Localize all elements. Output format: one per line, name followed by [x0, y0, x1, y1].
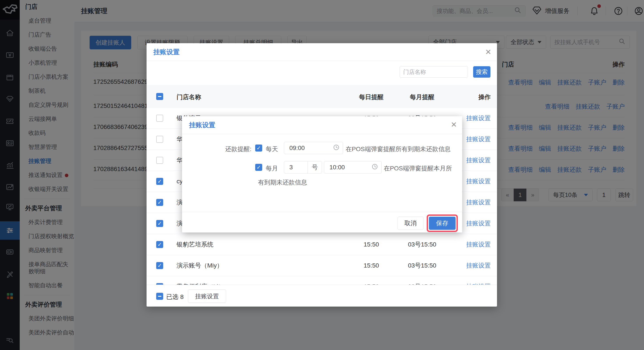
clock-icon — [333, 144, 340, 152]
store-checkbox[interactable]: ✓ — [156, 220, 163, 227]
store-name-placeholder: 门店名称 — [403, 68, 426, 76]
monthly-day-value: 3 — [284, 161, 308, 173]
monthly-day-input[interactable]: 3 号 — [284, 161, 322, 173]
store-checkbox[interactable] — [156, 136, 163, 143]
row-settings-link[interactable]: 挂账设置 — [466, 108, 491, 129]
selected-count-label: 已选 8 — [166, 293, 184, 301]
store-name: 华 — [176, 129, 183, 150]
col-ops: 操作 — [478, 93, 491, 101]
store-name: 银豹艺培系统 — [176, 234, 213, 255]
store-name: 演 — [176, 192, 183, 213]
store-checkbox[interactable]: ✓ — [156, 199, 163, 206]
row-settings-link[interactable]: 挂账设置 — [466, 129, 491, 150]
store-checkbox[interactable] — [156, 115, 163, 122]
store-name: 演示账号（Miy） — [176, 255, 223, 276]
save-button[interactable]: 保存 — [429, 217, 456, 230]
select-all-checkbox[interactable] — [156, 93, 163, 100]
row-settings-link[interactable]: 挂账设置 — [466, 192, 491, 213]
daily-time-value: 09:00 — [289, 144, 333, 151]
modal-search-button[interactable]: 搜索 — [473, 66, 490, 78]
col-store-name: 门店名称 — [176, 93, 201, 101]
daily-desc: 在POS端弹窗提醒所有到期未还款信息 — [346, 145, 450, 153]
daily-reminder-value: 15:50 — [350, 255, 393, 276]
clock-icon — [371, 163, 378, 172]
row-settings-link[interactable]: 挂账设置 — [466, 213, 491, 234]
monthly-desc-wrap: 有到期未还款信息 — [258, 178, 307, 187]
monthly-label: 每月 — [266, 164, 278, 172]
reminder-label: 还款提醒: — [214, 145, 252, 153]
modal-footer: 已选 8 挂账设置 — [146, 285, 497, 307]
monthly-desc: 在POS端弹窗提醒本月所 — [384, 164, 452, 172]
daily-time-input[interactable]: 09:00 — [284, 142, 343, 154]
store-name: 零售便利店（Lj） — [176, 276, 224, 285]
divider — [182, 212, 462, 212]
store-name-search-input[interactable]: 门店名称 — [400, 66, 468, 78]
store-name: 华 — [176, 150, 183, 171]
monthly-checkbox[interactable]: ✓ — [255, 164, 262, 171]
monthly-day-suffix: 号 — [308, 161, 322, 173]
monthly-time-input[interactable]: 10:00 — [324, 161, 382, 173]
cancel-button[interactable]: 取消 — [398, 217, 424, 230]
monthly-reminder-value: 03号15:50 — [400, 234, 444, 255]
monthly-reminder-value: 03号15:50 — [400, 276, 444, 285]
daily-label: 每天 — [266, 145, 278, 153]
col-monthly-reminder: 每月提醒 — [400, 93, 444, 101]
row-settings-link[interactable]: 挂账设置 — [466, 255, 491, 276]
store-checkbox[interactable]: ✓ — [156, 262, 163, 269]
store-checkbox[interactable] — [156, 157, 163, 164]
close-icon[interactable]: ✕ — [449, 120, 459, 129]
reminder-dialog: 挂账设置 ✕ 还款提醒: ✓ 每天 09:00 在POS端弹窗提醒所有到期未还款… — [182, 116, 462, 232]
row-settings-link[interactable]: 挂账设置 — [466, 276, 491, 285]
modal-store-row: ✓银豹艺培系统15:5003号15:50挂账设置 — [146, 234, 497, 255]
monthly-reminder-value: 03号15:50 — [400, 255, 444, 276]
store-name: cy — [176, 171, 183, 192]
store-name: 演 — [176, 213, 183, 234]
modal-table-header: 门店名称 每日提醒 每月提醒 操作 — [146, 86, 497, 107]
daily-reminder-value: 15:50 — [350, 234, 393, 255]
close-icon[interactable]: ✕ — [484, 47, 493, 57]
row-settings-link[interactable]: 挂账设置 — [466, 150, 491, 171]
modal-store-row: ✓演示账号（Miy）15:5003号15:50挂账设置 — [146, 255, 497, 276]
row-settings-link[interactable]: 挂账设置 — [466, 234, 491, 255]
store-checkbox[interactable]: ✓ — [156, 241, 163, 248]
col-daily-reminder: 每日提醒 — [350, 93, 393, 101]
dialog-title: 挂账设置 — [189, 116, 215, 134]
batch-settings-button[interactable]: 挂账设置 — [188, 289, 226, 303]
divider — [146, 61, 497, 61]
modal-title: 挂账设置 — [153, 43, 180, 61]
daily-reminder-value: 15:50 — [350, 276, 393, 285]
row-settings-link[interactable]: 挂账设置 — [466, 171, 491, 192]
modal-store-row: ✓零售便利店（Lj）15:5003号15:50挂账设置 — [146, 276, 497, 285]
store-checkbox[interactable]: ✓ — [156, 178, 163, 185]
divider — [182, 134, 462, 134]
footer-select-checkbox[interactable] — [156, 293, 163, 300]
daily-checkbox[interactable]: ✓ — [255, 144, 262, 151]
store-checkbox[interactable]: ✓ — [156, 283, 163, 285]
monthly-time-value: 10:00 — [330, 164, 371, 171]
